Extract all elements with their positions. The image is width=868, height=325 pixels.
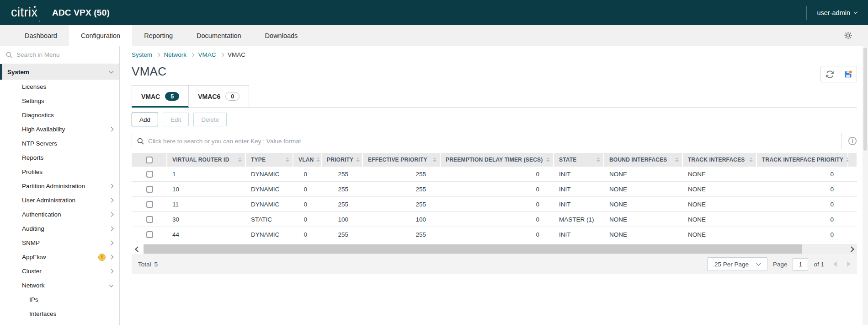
column-header-virtual-router-id[interactable]: VIRTUAL ROUTER ID xyxy=(167,153,246,167)
sort-icon[interactable] xyxy=(433,157,437,162)
column-header-vlan[interactable]: VLAN xyxy=(293,153,322,167)
save-config-button[interactable] xyxy=(839,66,857,82)
column-header-track-interface-priority[interactable]: TRACK INTERFACE PRIORITY xyxy=(757,153,848,167)
chevron-down-icon xyxy=(854,10,857,14)
previous-page-button[interactable] xyxy=(833,261,837,267)
sort-up-arrow xyxy=(675,157,679,159)
sidebar-item-reports[interactable]: Reports xyxy=(0,151,119,165)
sort-icon[interactable] xyxy=(238,157,242,162)
table-row[interactable]: 1DYNAMIC02552550INITNONENONE0 xyxy=(132,167,857,182)
horizontal-scrollbar[interactable] xyxy=(132,244,857,254)
sidebar-item-ips[interactable]: IPs xyxy=(0,292,119,307)
sidebar-item-interfaces[interactable]: Interfaces xyxy=(0,307,119,321)
table-search-input[interactable] xyxy=(148,138,836,145)
sidebar-item-ntp-servers[interactable]: NTP Servers xyxy=(0,136,119,151)
cell-virtual-router-id: 30 xyxy=(167,212,246,227)
breadcrumb: SystemNetworkVMACVMAC xyxy=(132,51,857,58)
sidebar-item-licenses[interactable]: Licenses xyxy=(0,80,119,94)
sort-icon[interactable] xyxy=(356,157,360,162)
breadcrumb-vmac-2[interactable]: VMAC xyxy=(198,51,216,58)
row-checkbox[interactable] xyxy=(146,201,153,208)
row-checkbox[interactable] xyxy=(146,186,153,193)
sidebar-item-system[interactable]: System xyxy=(0,64,119,80)
sidebar-item-profiles[interactable]: Profiles xyxy=(0,165,119,179)
column-header-effective-priority[interactable]: EFFECTIVE PRIORITY xyxy=(363,153,441,167)
sort-icon[interactable] xyxy=(316,157,320,162)
sidebar-item-authentication[interactable]: Authentication xyxy=(0,207,119,222)
scroll-right-button[interactable] xyxy=(845,244,857,254)
page-number-input[interactable] xyxy=(793,258,808,271)
add-button[interactable]: Add xyxy=(132,113,158,126)
table-row[interactable]: 10DYNAMIC02552550INITNONENONE0 xyxy=(132,182,857,197)
sidebar-item-diagnostics[interactable]: Diagnostics xyxy=(0,108,119,122)
vertical-scrollbar[interactable] xyxy=(863,46,868,325)
sidebar-item-snmp[interactable]: SNMP xyxy=(0,236,119,250)
column-header-label: VIRTUAL ROUTER ID xyxy=(172,157,229,163)
sidebar-item-settings[interactable]: Settings xyxy=(0,94,119,108)
table-row[interactable]: 11DYNAMIC02552550INITNONENONE0 xyxy=(132,197,857,212)
user-name: user-admin xyxy=(817,9,850,16)
nav-tab-reporting[interactable]: Reporting xyxy=(132,25,185,46)
chevron-right-icon xyxy=(848,246,854,252)
column-header-track-interfaces[interactable]: TRACK INTERFACES xyxy=(683,153,757,167)
sidebar-item-label: Partition Administration xyxy=(22,183,110,190)
sort-icon[interactable] xyxy=(286,157,289,162)
settings-gear-button[interactable] xyxy=(844,25,852,46)
info-icon[interactable] xyxy=(848,136,857,146)
breadcrumb-network-1[interactable]: Network xyxy=(164,51,187,58)
column-header-priority[interactable]: PRIORITY xyxy=(322,153,363,167)
nav-tab-dashboard[interactable]: Dashboard xyxy=(13,25,69,46)
edit-button[interactable]: Edit xyxy=(163,113,189,126)
sort-down-arrow xyxy=(356,160,360,162)
sidebar-search-input[interactable] xyxy=(16,51,114,58)
nav-tab-downloads[interactable]: Downloads xyxy=(253,25,310,46)
row-checkbox[interactable] xyxy=(146,231,153,238)
per-page-select[interactable]: 25 Per Page xyxy=(707,257,767,271)
scrollbar-thumb[interactable] xyxy=(144,244,802,254)
cell-type: DYNAMIC xyxy=(246,227,293,242)
refresh-button[interactable] xyxy=(821,66,839,82)
nav-tab-configuration[interactable]: Configuration xyxy=(69,25,132,46)
delete-button[interactable]: Delete xyxy=(193,113,227,126)
sidebar-item-partition-administration[interactable]: Partition Administration xyxy=(0,179,119,193)
table-search-row xyxy=(132,133,857,149)
row-checkbox[interactable] xyxy=(146,216,153,223)
row-checkbox-cell xyxy=(132,197,167,211)
column-header-state[interactable]: STATE xyxy=(554,153,604,167)
sort-icon[interactable] xyxy=(546,157,550,162)
sidebar-item-user-administration[interactable]: User Administration xyxy=(0,193,119,207)
sort-icon[interactable] xyxy=(596,157,600,162)
sidebar-item-cluster[interactable]: Cluster xyxy=(0,264,119,278)
table-row[interactable]: 30STATIC01001000MASTER (1)NONENONE0 xyxy=(132,212,857,227)
vertical-scrollbar-thumb[interactable] xyxy=(863,48,867,151)
nav-tab-documentation[interactable]: Documentation xyxy=(185,25,253,46)
user-menu[interactable]: user-admin xyxy=(817,9,857,16)
cell-preemption-delay-timer-secs: 0 xyxy=(441,182,554,196)
chevron-right-icon xyxy=(109,241,114,245)
table-body: 1DYNAMIC02552550INITNONENONE010DYNAMIC02… xyxy=(132,167,857,242)
tab-vmac6[interactable]: VMAC60 xyxy=(188,85,249,107)
chevron-right-icon xyxy=(109,198,114,203)
table-row[interactable]: 44DYNAMIC02552550INITNONENONE0 xyxy=(132,227,857,242)
row-checkbox[interactable] xyxy=(146,171,153,178)
column-header-bound-interfaces[interactable]: BOUND INTERFACES xyxy=(604,153,683,167)
sort-icon[interactable] xyxy=(749,157,753,162)
total-label: Total xyxy=(138,261,151,268)
sidebar-item-network[interactable]: Network xyxy=(0,278,119,292)
column-header-label: PREEMPTION DELAY TIMER (SECS) xyxy=(446,157,543,163)
column-header-preemption-delay-timer-secs[interactable]: PREEMPTION DELAY TIMER (SECS) xyxy=(441,153,554,167)
sidebar-item-auditing[interactable]: Auditing xyxy=(0,222,119,236)
page-label: Page xyxy=(773,261,788,268)
sort-icon[interactable] xyxy=(675,157,679,162)
sidebar-item-appflow[interactable]: AppFlow! xyxy=(0,250,119,264)
column-header-label: STATE xyxy=(559,157,577,163)
scroll-left-button[interactable] xyxy=(132,244,144,254)
tab-vmac[interactable]: VMAC5 xyxy=(132,85,189,107)
warning-icon: ! xyxy=(98,254,106,261)
next-page-button[interactable] xyxy=(847,261,851,267)
column-header-label: TRACK INTERFACES xyxy=(688,157,745,163)
select-all-checkbox[interactable] xyxy=(146,157,153,163)
breadcrumb-system-0[interactable]: System xyxy=(132,51,152,58)
sidebar-item-high-availability[interactable]: High Availability xyxy=(0,122,119,136)
column-header-type[interactable]: TYPE xyxy=(246,153,293,167)
